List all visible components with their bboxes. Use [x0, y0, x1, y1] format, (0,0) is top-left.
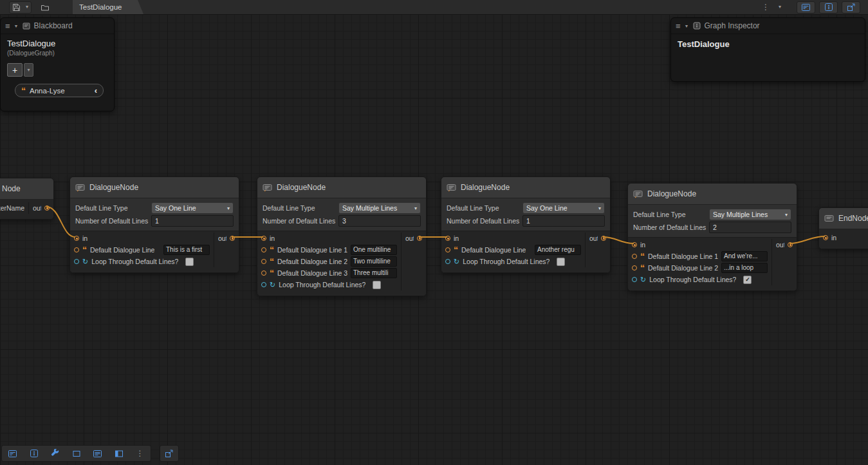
graph-canvas[interactable]: Node kerName out — [0, 14, 868, 465]
node-title-bar[interactable]: EndNode — [819, 208, 868, 229]
port-row[interactable]: out — [586, 232, 610, 244]
bottom-inspector-button[interactable] — [23, 446, 44, 460]
node-title-bar[interactable]: Node — [0, 178, 53, 200]
line-type-dropdown[interactable]: Say Multiple Lines ▾ — [709, 209, 791, 220]
dialogue-line-field[interactable]: ...in a loop — [721, 263, 768, 273]
port-row[interactable]: in — [441, 232, 585, 244]
loop-checkbox[interactable] — [373, 281, 381, 289]
hamburger-icon[interactable]: ≡ — [676, 22, 681, 30]
bottom-popout-button[interactable] — [160, 445, 179, 462]
port-row[interactable]: ↻ Loop Through Default Lines? — [257, 279, 401, 290]
output-port[interactable] — [601, 236, 606, 241]
dialogue-node-4[interactable]: DialogueNode Default Line Type Say Multi… — [627, 183, 797, 291]
bottom-panel-button[interactable] — [108, 446, 129, 460]
num-default-lines-field[interactable]: 1 — [522, 215, 605, 227]
bottom-preferences-button[interactable] — [44, 446, 66, 460]
dialogue-line-field[interactable]: Three multili — [351, 268, 397, 278]
hamburger-icon[interactable]: ≡ — [5, 22, 10, 30]
collapse-triangle-icon[interactable]: ▼ — [14, 24, 19, 28]
port-row[interactable]: ↻ Loop Through Default Lines? — [441, 256, 585, 267]
bottom-frame-button[interactable] — [66, 446, 87, 460]
graph-inspector-panel[interactable]: ≡ ▼ Graph Inspector TestDialogue — [670, 17, 865, 82]
dialogue-node-1[interactable]: DialogueNode Default Line Type Say One L… — [69, 176, 239, 273]
loop-port[interactable] — [632, 277, 637, 282]
dialogue-line-port[interactable] — [445, 247, 450, 252]
save-dropdown-button[interactable]: ▾ — [23, 3, 31, 12]
num-default-lines-field[interactable]: 2 — [709, 222, 791, 233]
num-default-lines-field[interactable]: 1 — [151, 215, 234, 227]
line-type-dropdown[interactable]: Say One Line ▾ — [522, 202, 605, 214]
port-row[interactable]: out — [214, 232, 239, 244]
chevron-left-icon[interactable]: ‹ — [95, 86, 97, 95]
loop-port[interactable] — [261, 282, 266, 287]
node-title-bar[interactable]: DialogueNode — [441, 177, 610, 198]
port-row[interactable]: ↻ Loop Through Default Lines? — [70, 256, 214, 267]
node-title-bar[interactable]: DialogueNode — [70, 177, 239, 198]
add-property-dropdown[interactable]: ▾ — [24, 63, 33, 77]
node-title-bar[interactable]: DialogueNode — [257, 177, 426, 198]
toolbar-dropdown-button[interactable]: ▾ — [776, 1, 784, 13]
input-port[interactable] — [632, 242, 637, 247]
dialogue-line-field[interactable]: This is a first — [163, 245, 210, 255]
dialogue-line-field[interactable]: And we're... — [721, 251, 768, 261]
port-row[interactable]: “ Default Dialogue Line 1 And we're... — [628, 251, 771, 262]
port-row[interactable]: ↻ Loop Through Default Lines? ✓ — [628, 274, 771, 285]
input-port[interactable] — [74, 236, 79, 241]
input-port[interactable] — [823, 235, 828, 240]
blackboard-header[interactable]: ≡ ▼ Blackboard — [1, 18, 114, 34]
graph-inspector-header[interactable]: ≡ ▼ Graph Inspector — [671, 18, 865, 34]
port-row[interactable]: “ Default Dialogue Line 3 Three multili — [257, 267, 401, 279]
dialogue-line-field[interactable]: One multiline — [351, 245, 397, 255]
dialogue-line-port[interactable] — [261, 270, 266, 276]
loop-checkbox[interactable] — [185, 258, 194, 266]
port-row[interactable]: in — [257, 232, 401, 244]
popout-toggle-button[interactable] — [842, 1, 860, 14]
port-row[interactable]: in — [819, 232, 868, 243]
loop-port[interactable] — [445, 259, 450, 264]
blackboard-field-pill[interactable]: “ Anna-Lyse ‹ — [15, 84, 104, 97]
line-type-dropdown[interactable]: Say Multiple Lines ▾ — [338, 202, 421, 214]
output-port[interactable] — [44, 205, 50, 211]
dialogue-line-port[interactable] — [261, 247, 266, 252]
dialogue-line-port[interactable] — [632, 265, 637, 270]
loop-port[interactable] — [74, 259, 79, 264]
save-button[interactable] — [10, 3, 23, 12]
bottom-blackboard-button[interactable] — [2, 446, 23, 460]
port-row[interactable]: kerName — [0, 202, 28, 214]
toolbar-kebab-button[interactable]: ⋮ — [759, 1, 772, 13]
collapse-triangle-icon[interactable]: ▼ — [685, 24, 689, 28]
blackboard-toggle-button[interactable] — [797, 1, 815, 14]
port-row[interactable]: out — [29, 202, 53, 214]
node-title-bar[interactable]: DialogueNode — [628, 184, 797, 205]
input-port[interactable] — [445, 236, 450, 241]
output-port[interactable] — [417, 236, 422, 241]
dialogue-node-3[interactable]: DialogueNode Default Line Type Say One L… — [441, 176, 611, 273]
num-default-lines-field[interactable]: 3 — [338, 215, 421, 227]
port-row[interactable]: “ Default Dialogue Line 2 ...in a loop — [628, 262, 771, 274]
bottom-board-button[interactable] — [87, 446, 108, 460]
port-row[interactable]: in — [628, 239, 771, 251]
blackboard-panel[interactable]: ≡ ▼ Blackboard TestDialogue (DialogueGra… — [0, 17, 115, 111]
port-row[interactable]: out — [772, 239, 797, 251]
dialogue-line-port[interactable] — [632, 254, 637, 259]
output-port[interactable] — [788, 242, 793, 247]
loop-checkbox[interactable] — [557, 258, 565, 266]
port-row[interactable]: “ Default Dialogue Line Another regu — [441, 244, 585, 256]
dialogue-node-2[interactable]: DialogueNode Default Line Type Say Multi… — [257, 176, 427, 296]
dialogue-line-port[interactable] — [261, 259, 266, 264]
inspector-toggle-button[interactable] — [819, 1, 838, 14]
port-row[interactable]: “ Default Dialogue Line This is a first — [70, 244, 214, 256]
line-type-dropdown[interactable]: Say One Line ▾ — [151, 202, 234, 214]
dialogue-line-port[interactable] — [74, 247, 79, 252]
port-row[interactable]: in — [70, 232, 214, 244]
port-row[interactable]: “ Default Dialogue Line 2 Two multiline — [257, 256, 401, 267]
add-property-button[interactable]: + — [7, 63, 23, 77]
open-asset-button[interactable] — [38, 1, 52, 13]
end-node[interactable]: EndNode in — [818, 207, 868, 249]
dialogue-line-field[interactable]: Two multiline — [351, 256, 397, 267]
bottom-kebab-button[interactable]: ⋮ — [129, 446, 151, 460]
dialogue-line-field[interactable]: Another regu — [535, 245, 581, 255]
port-row[interactable]: “ Default Dialogue Line 1 One multiline — [257, 244, 401, 256]
start-node[interactable]: Node kerName out — [0, 178, 54, 220]
output-port[interactable] — [230, 236, 235, 241]
